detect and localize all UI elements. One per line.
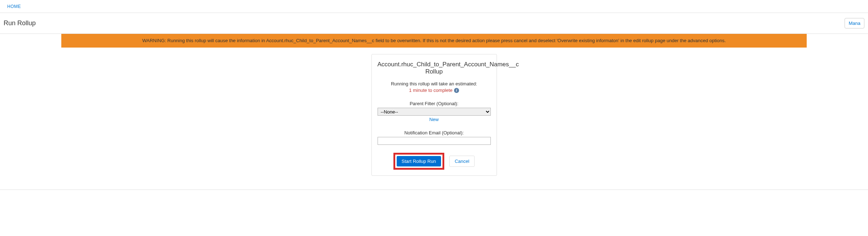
manage-button[interactable]: Mana — [845, 18, 864, 28]
parent-filter-label: Parent Filter (Optional): — [378, 101, 491, 106]
content-area: WARNING: Running this rollup will cause … — [0, 34, 868, 183]
card-title: Account.rhuc_Child_to_Parent_Account_Nam… — [378, 61, 491, 75]
warning-wrapper: WARNING: Running this rollup will cause … — [0, 34, 868, 48]
rollup-card: Account.rhuc_Child_to_Parent_Account_Nam… — [371, 54, 497, 176]
page-header: Run Rollup Mana — [0, 13, 868, 34]
cancel-button[interactable]: Cancel — [449, 156, 475, 167]
nav-home-link[interactable]: HOME — [7, 4, 21, 9]
estimate-time-text: 1 minute to complete — [409, 88, 453, 93]
bottom-divider — [0, 190, 868, 190]
estimate-label: Running this rollup will take an estimat… — [378, 81, 491, 86]
nav-bar: HOME — [0, 0, 868, 13]
parent-filter-select[interactable]: --None-- — [378, 108, 491, 116]
notification-email-label: Notification Email (Optional): — [378, 130, 491, 135]
warning-banner: WARNING: Running this rollup will cause … — [61, 34, 807, 48]
start-rollup-run-button[interactable]: Start Rollup Run — [397, 156, 441, 166]
estimate-time: 1 minute to complete i — [409, 88, 459, 93]
button-row: Start Rollup Run Cancel — [378, 153, 491, 170]
notification-email-input[interactable] — [378, 137, 491, 145]
page-title: Run Rollup — [4, 19, 36, 27]
highlight-box: Start Rollup Run — [393, 153, 444, 170]
new-filter-link[interactable]: New — [429, 117, 439, 122]
info-icon[interactable]: i — [454, 88, 459, 93]
